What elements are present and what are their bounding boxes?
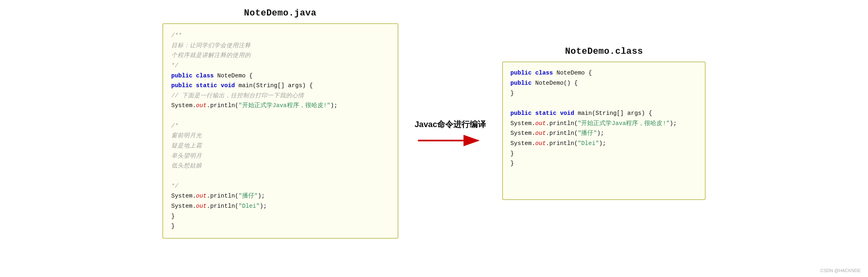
code-token: 窗前明月光	[171, 132, 202, 139]
code-token: );	[258, 193, 265, 199]
code-token: */	[171, 183, 178, 189]
left-panel-title: NoteDemo.java	[244, 8, 317, 18]
code-token: }	[510, 90, 514, 97]
code-token: public class	[171, 73, 214, 79]
left-panel: NoteDemo.java /** 目标：让同学们学会使用注释 个程序就是讲解注…	[162, 8, 398, 239]
code-line: }	[510, 88, 697, 99]
code-line: }	[171, 211, 389, 222]
code-token: NoteDemo {	[553, 70, 592, 76]
code-token: out	[196, 193, 207, 199]
code-token: );	[330, 102, 337, 109]
code-line: /*	[171, 121, 389, 131]
code-token: out	[535, 120, 546, 127]
diagram-container: NoteDemo.java /** 目标：让同学们学会使用注释 个程序就是讲解注…	[12, 8, 856, 239]
code-token: out	[535, 140, 546, 147]
code-token: "Dlei"	[238, 203, 260, 209]
code-token: .println(	[546, 140, 577, 147]
code-token: public class	[510, 70, 553, 76]
code-token: // 下面是一行输出，往控制台打印一下我的心情	[171, 92, 304, 99]
code-token: NoteDemo {	[214, 73, 253, 79]
code-token: out	[535, 130, 546, 136]
code-line: public class NoteDemo {	[171, 71, 389, 81]
code-line: }	[510, 158, 697, 169]
code-token: "开始正式学Java程序，很哈皮!"	[238, 102, 330, 109]
code-line: System.out.println("播仔");	[510, 128, 697, 138]
code-token: System.	[510, 130, 535, 136]
code-line: System.out.println("播仔");	[171, 191, 389, 201]
code-token: out	[196, 102, 207, 109]
code-token: System.	[171, 102, 196, 109]
code-line: System.out.println("开始正式学Java程序，很哈皮!");	[510, 119, 697, 129]
code-token: "开始正式学Java程序，很哈皮!"	[578, 120, 670, 127]
code-line: 个程序就是讲解注释的使用的	[171, 51, 389, 61]
code-line: 窗前明月光	[171, 131, 389, 141]
code-token: out	[196, 203, 207, 209]
code-token: 举头望明月	[171, 153, 202, 159]
code-token: );	[599, 140, 606, 147]
code-line: /**	[171, 31, 389, 41]
code-token: .println(	[546, 130, 577, 136]
code-token: 低头想姑娘	[171, 163, 202, 169]
code-token: public	[510, 80, 531, 86]
code-line: public NoteDemo() {	[510, 78, 697, 88]
code-line: public static void main(String[] args) {	[171, 81, 389, 91]
code-token: }	[171, 223, 175, 229]
code-token: );	[670, 120, 677, 127]
code-token: 疑是地上霜	[171, 143, 202, 149]
code-token: }	[510, 160, 514, 167]
code-token: System.	[510, 120, 535, 127]
code-token: .println(	[207, 203, 238, 209]
right-panel-title: NoteDemo.class	[565, 46, 643, 57]
code-token: NoteDemo() {	[532, 80, 578, 86]
code-token: System.	[510, 140, 535, 147]
code-line: // 下面是一行输出，往控制台打印一下我的心情	[171, 91, 389, 101]
code-line: */	[171, 181, 389, 191]
watermark: CSDN @HACKNDE	[820, 268, 861, 273]
code-token: System.	[171, 203, 196, 209]
code-token: public static void	[171, 82, 235, 89]
code-token: .println(	[207, 102, 238, 109]
code-token: }	[171, 213, 175, 220]
right-code-box: public class NoteDemo { public NoteDemo(…	[502, 62, 706, 200]
code-token: .println(	[207, 193, 238, 199]
code-line: System.out.println("Dlei");	[510, 138, 697, 149]
code-token: System.	[171, 193, 196, 199]
code-token: );	[597, 130, 604, 136]
code-token: main(String[] args) {	[235, 82, 313, 89]
code-token: );	[260, 203, 267, 209]
code-line: */	[171, 61, 389, 71]
arrow-section: Javac命令进行编译	[398, 119, 503, 148]
arrow-icon	[418, 133, 483, 148]
code-line: System.out.println("Dlei");	[171, 201, 389, 211]
left-code-box: /** 目标：让同学们学会使用注释 个程序就是讲解注释的使用的 */public…	[162, 23, 398, 239]
code-token: public static void	[510, 110, 574, 117]
code-line: 目标：让同学们学会使用注释	[171, 41, 389, 51]
right-panel: NoteDemo.class public class NoteDemo { p…	[502, 46, 706, 200]
code-line: public class NoteDemo {	[510, 68, 697, 78]
code-token: "播仔"	[238, 193, 258, 199]
code-line: public static void main(String[] args) {	[510, 108, 697, 119]
code-line: 举头望明月	[171, 151, 389, 161]
code-line: System.out.println("开始正式学Java程序，很哈皮!");	[171, 101, 389, 111]
code-token: "Dlei"	[578, 140, 599, 147]
code-line: }	[171, 221, 389, 231]
code-token: main(String[] args) {	[574, 110, 652, 117]
code-line: 疑是地上霜	[171, 141, 389, 151]
code-line: }	[510, 149, 697, 159]
code-token: .println(	[546, 120, 577, 127]
code-token: /*	[171, 123, 178, 129]
code-token: "播仔"	[578, 130, 597, 136]
code-token: }	[510, 150, 514, 157]
code-line: 低头想姑娘	[171, 161, 389, 171]
arrow-label: Javac命令进行编译	[415, 119, 486, 130]
